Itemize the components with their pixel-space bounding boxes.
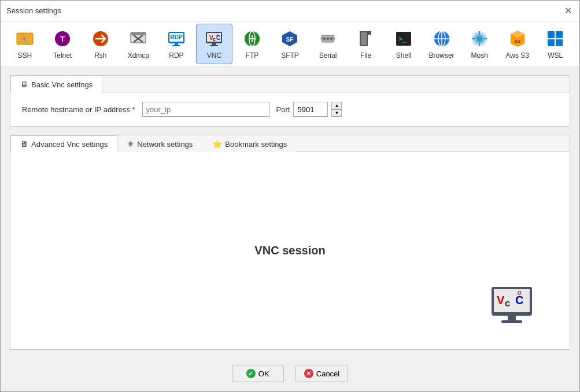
proto-telnet[interactable]: T Telnet xyxy=(45,24,82,64)
wsl-icon xyxy=(545,28,566,49)
port-down-button[interactable]: ▼ xyxy=(331,109,342,117)
window-title: Session settings xyxy=(6,6,61,15)
proto-browser[interactable]: Browser xyxy=(423,24,460,64)
rsh-label: Rsh xyxy=(94,51,106,60)
vnc-session-text: VNC session xyxy=(254,244,325,257)
port-group: Port ▲ ▼ xyxy=(276,102,342,117)
basic-tab-icon: 🖥 xyxy=(20,80,28,89)
bookmark-tab-label: Bookmark settings xyxy=(225,140,287,149)
title-bar: Session settings ✕ xyxy=(1,1,579,21)
serial-label: Serial xyxy=(319,51,337,60)
session-settings-window: Session settings ✕ 🔧 SSH T Telnet xyxy=(0,0,580,392)
svg-rect-53 xyxy=(548,31,555,38)
file-label: File xyxy=(360,51,371,60)
hostname-row: Remote hostname or IP address * Port ▲ ▼ xyxy=(22,102,558,117)
proto-xdmcp[interactable]: Xdmcp xyxy=(120,24,157,64)
bookmark-tab-icon: ⭐ xyxy=(212,139,222,149)
proto-file[interactable]: File xyxy=(348,24,385,64)
svg-text:T: T xyxy=(60,35,65,43)
xdmcp-icon xyxy=(128,28,149,49)
port-label: Port xyxy=(276,105,290,114)
proto-rdp[interactable]: RDP RDP xyxy=(158,24,195,64)
proto-ftp[interactable]: FTP xyxy=(234,24,271,64)
svg-point-29 xyxy=(327,38,329,40)
proto-shell[interactable]: >_ Shell xyxy=(385,24,422,64)
sftp-label: SFTP xyxy=(281,51,299,60)
svg-text:c: c xyxy=(213,36,216,42)
telnet-icon: T xyxy=(52,28,73,49)
browser-label: Browser xyxy=(429,51,455,60)
rsh-icon xyxy=(90,28,111,49)
advanced-vnc-tab[interactable]: 🖥 Advanced Vnc settings xyxy=(10,135,117,152)
svg-point-28 xyxy=(323,38,326,40)
proto-vnc[interactable]: V c C o VNC xyxy=(196,24,233,64)
awss3-label: Aws S3 xyxy=(505,51,529,60)
xdmcp-label: Xdmcp xyxy=(128,51,149,60)
main-content: 🖥 Basic Vnc settings Remote hostname or … xyxy=(1,67,579,358)
shell-icon: >_ xyxy=(393,28,414,49)
svg-text:c: c xyxy=(505,298,510,309)
hostname-input[interactable] xyxy=(142,102,269,117)
ftp-label: FTP xyxy=(246,51,259,60)
svg-text:🔧: 🔧 xyxy=(20,35,29,44)
network-tab-icon: ✳ xyxy=(127,139,134,149)
adv-vnc-tab-label: Advanced Vnc settings xyxy=(31,140,108,149)
cancel-label: Cancel xyxy=(316,369,339,378)
svg-text:RDP: RDP xyxy=(170,34,182,40)
wsl-label: WSL xyxy=(548,51,563,60)
svg-rect-54 xyxy=(556,31,563,38)
telnet-label: Telnet xyxy=(53,51,72,60)
svg-point-30 xyxy=(330,38,333,40)
svg-rect-32 xyxy=(361,32,367,45)
vnc-icon: V c C o xyxy=(204,28,224,49)
cancel-icon: ✕ xyxy=(304,369,313,378)
rdp-label: RDP xyxy=(169,51,183,60)
proto-sftp[interactable]: SF SFTP xyxy=(272,24,309,64)
rdp-icon: RDP xyxy=(166,28,187,49)
mosh-label: Mosh xyxy=(471,51,487,60)
svg-rect-56 xyxy=(556,39,563,46)
svg-rect-11 xyxy=(175,43,178,45)
advanced-tab-header: 🖥 Advanced Vnc settings ✳ Network settin… xyxy=(10,135,570,152)
cancel-button[interactable]: ✕ Cancel xyxy=(295,365,348,382)
svg-rect-34 xyxy=(368,31,371,35)
mosh-icon xyxy=(469,28,490,49)
ftp-icon xyxy=(242,28,263,49)
proto-mosh[interactable]: Mosh xyxy=(461,24,498,64)
svg-text:>_: >_ xyxy=(398,35,407,43)
ok-button[interactable]: ✓ OK xyxy=(232,365,284,382)
basic-tab-content: Remote hostname or IP address * Port ▲ ▼ xyxy=(10,93,570,126)
svg-text:SF: SF xyxy=(286,36,294,43)
ssh-icon: 🔧 xyxy=(14,28,35,49)
hostname-label: Remote hostname or IP address * xyxy=(22,105,135,114)
network-settings-tab[interactable]: ✳ Network settings xyxy=(117,135,202,152)
port-input[interactable] xyxy=(293,102,328,117)
advanced-content: VNC session V c C o xyxy=(10,152,570,349)
awss3-icon: S3 xyxy=(507,28,528,49)
ok-label: OK xyxy=(258,369,269,378)
port-spinner: ▲ ▼ xyxy=(331,102,342,117)
advanced-panel: 🖥 Advanced Vnc settings ✳ Network settin… xyxy=(10,135,570,350)
close-button[interactable]: ✕ xyxy=(562,5,574,17)
proto-rsh[interactable]: Rsh xyxy=(82,24,119,64)
svg-point-45 xyxy=(476,36,482,42)
port-up-button[interactable]: ▲ xyxy=(331,102,342,109)
basic-tab-header: 🖥 Basic Vnc settings xyxy=(10,76,570,93)
svg-rect-55 xyxy=(548,39,555,46)
ok-icon: ✓ xyxy=(246,369,256,378)
svg-text:V: V xyxy=(497,294,505,306)
network-tab-label: Network settings xyxy=(137,140,193,149)
svg-text:o: o xyxy=(518,289,522,297)
proto-awss3[interactable]: S3 Aws S3 xyxy=(499,24,536,64)
svg-rect-64 xyxy=(501,320,522,323)
bookmark-settings-tab[interactable]: ⭐ Bookmark settings xyxy=(202,135,297,152)
proto-wsl[interactable]: WSL xyxy=(537,24,574,64)
basic-tab-label: Basic Vnc settings xyxy=(31,80,93,89)
basic-vnc-tab[interactable]: 🖥 Basic Vnc settings xyxy=(10,76,102,93)
file-icon xyxy=(356,28,376,49)
proto-serial[interactable]: Serial xyxy=(309,24,346,64)
svg-text:S3: S3 xyxy=(515,39,520,44)
vnc-monitor-svg: V c C o xyxy=(489,286,535,326)
proto-ssh[interactable]: 🔧 SSH xyxy=(6,24,43,64)
svg-text:o: o xyxy=(216,32,218,36)
